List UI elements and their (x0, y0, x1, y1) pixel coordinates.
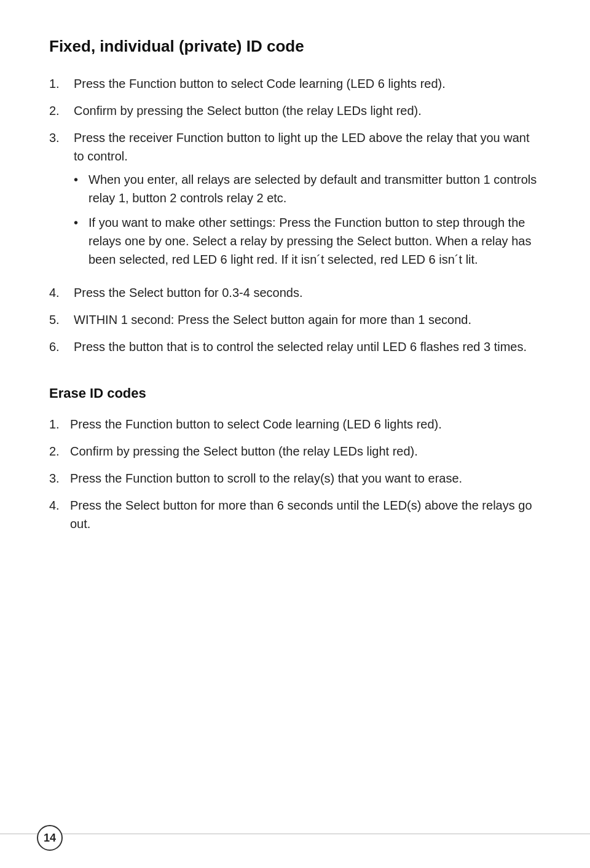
step-number: 4. (49, 283, 74, 302)
main-step-item: 6.Press the button that is to control th… (49, 337, 541, 356)
step-content: Press the button that is to control the … (74, 337, 541, 356)
erase-step-number: 4. (49, 496, 70, 515)
step-number: 6. (49, 337, 74, 356)
main-step-item: 1.Press the Function button to select Co… (49, 74, 541, 93)
erase-step-item: 3.Press the Function button to scroll to… (49, 469, 541, 487)
sub-bullets-list: •When you enter, all relays are selected… (74, 170, 541, 269)
sub-bullet-text: If you want to make other settings: Pres… (88, 213, 541, 269)
sub-bullet-text: When you enter, all relays are selected … (88, 170, 541, 207)
erase-section: Erase ID codes 1.Press the Function butt… (49, 385, 541, 533)
erase-step-number: 2. (49, 442, 70, 460)
main-steps-list: 1.Press the Function button to select Co… (49, 74, 541, 356)
step-number: 2. (49, 101, 74, 120)
erase-step-item: 2.Confirm by pressing the Select button … (49, 442, 541, 460)
erase-section-title: Erase ID codes (49, 385, 541, 401)
bullet-dot: • (74, 213, 88, 232)
bullet-dot: • (74, 170, 88, 189)
erase-step-content: Press the Select button for more than 6 … (70, 496, 541, 533)
main-step-item: 2.Confirm by pressing the Select button … (49, 101, 541, 120)
sub-bullet-item: •When you enter, all relays are selected… (74, 170, 541, 207)
erase-steps-list: 1.Press the Function button to select Co… (49, 415, 541, 533)
erase-step-number: 3. (49, 469, 70, 487)
page-number-area: 14 (0, 825, 590, 851)
step-content: Press the receiver Function button to li… (74, 128, 541, 275)
step-content: WITHIN 1 second: Press the Select button… (74, 310, 541, 329)
step-content: Confirm by pressing the Select button (t… (74, 101, 541, 120)
main-step-item: 3.Press the receiver Function button to … (49, 128, 541, 275)
step-number: 1. (49, 74, 74, 93)
page-title: Fixed, individual (private) ID code (49, 37, 541, 56)
step-number: 3. (49, 128, 74, 147)
erase-step-item: 1.Press the Function button to select Co… (49, 415, 541, 433)
page: Fixed, individual (private) ID code 1.Pr… (0, 0, 590, 868)
erase-step-content: Press the Function button to scroll to t… (70, 469, 541, 487)
erase-step-content: Press the Function button to select Code… (70, 415, 541, 433)
erase-step-number: 1. (49, 415, 70, 433)
main-section: 1.Press the Function button to select Co… (49, 74, 541, 356)
step-content: Press the Function button to select Code… (74, 74, 541, 93)
main-step-item: 5.WITHIN 1 second: Press the Select butt… (49, 310, 541, 329)
step-number: 5. (49, 310, 74, 329)
erase-step-content: Confirm by pressing the Select button (t… (70, 442, 541, 460)
erase-step-item: 4.Press the Select button for more than … (49, 496, 541, 533)
main-step-item: 4.Press the Select button for 0.3-4 seco… (49, 283, 541, 302)
sub-bullet-item: •If you want to make other settings: Pre… (74, 213, 541, 269)
page-number: 14 (37, 825, 63, 851)
step-content: Press the Select button for 0.3-4 second… (74, 283, 541, 302)
